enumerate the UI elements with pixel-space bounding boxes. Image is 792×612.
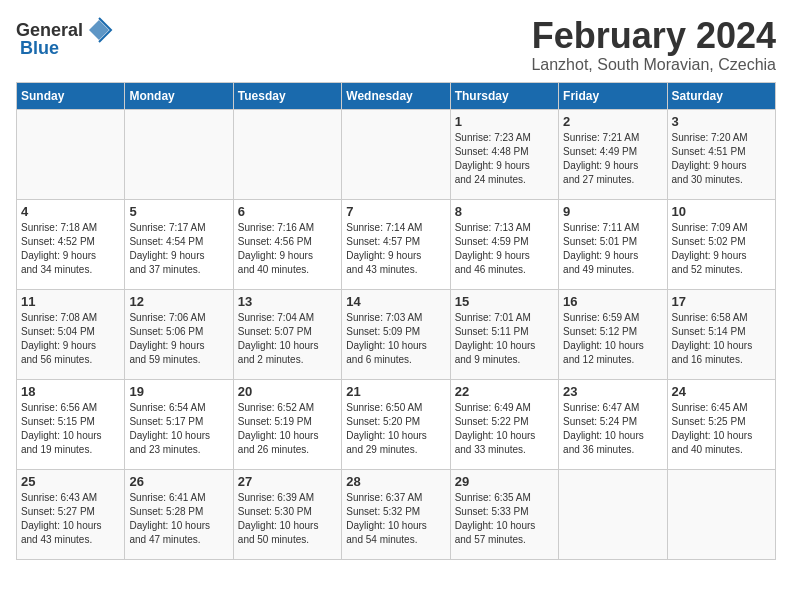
day-info: Sunrise: 7:14 AM Sunset: 4:57 PM Dayligh…	[346, 221, 445, 277]
title-block: February 2024 Lanzhot, South Moravian, C…	[531, 16, 776, 74]
day-info: Sunrise: 6:49 AM Sunset: 5:22 PM Dayligh…	[455, 401, 554, 457]
day-number: 2	[563, 114, 662, 129]
calendar-day-cell: 11Sunrise: 7:08 AM Sunset: 5:04 PM Dayli…	[17, 289, 125, 379]
calendar-day-cell: 28Sunrise: 6:37 AM Sunset: 5:32 PM Dayli…	[342, 469, 450, 559]
calendar-day-cell: 29Sunrise: 6:35 AM Sunset: 5:33 PM Dayli…	[450, 469, 558, 559]
day-number: 23	[563, 384, 662, 399]
calendar-day-cell: 2Sunrise: 7:21 AM Sunset: 4:49 PM Daylig…	[559, 109, 667, 199]
calendar-day-cell: 14Sunrise: 7:03 AM Sunset: 5:09 PM Dayli…	[342, 289, 450, 379]
day-info: Sunrise: 6:47 AM Sunset: 5:24 PM Dayligh…	[563, 401, 662, 457]
day-number: 25	[21, 474, 120, 489]
calendar-day-cell: 10Sunrise: 7:09 AM Sunset: 5:02 PM Dayli…	[667, 199, 775, 289]
day-number: 20	[238, 384, 337, 399]
calendar-day-cell: 22Sunrise: 6:49 AM Sunset: 5:22 PM Dayli…	[450, 379, 558, 469]
calendar-day-cell: 13Sunrise: 7:04 AM Sunset: 5:07 PM Dayli…	[233, 289, 341, 379]
calendar-day-cell: 21Sunrise: 6:50 AM Sunset: 5:20 PM Dayli…	[342, 379, 450, 469]
calendar-day-cell: 24Sunrise: 6:45 AM Sunset: 5:25 PM Dayli…	[667, 379, 775, 469]
calendar-day-cell: 15Sunrise: 7:01 AM Sunset: 5:11 PM Dayli…	[450, 289, 558, 379]
calendar-day-cell	[125, 109, 233, 199]
calendar-header-cell: Tuesday	[233, 82, 341, 109]
day-info: Sunrise: 7:17 AM Sunset: 4:54 PM Dayligh…	[129, 221, 228, 277]
calendar-header-cell: Sunday	[17, 82, 125, 109]
calendar-week-row: 25Sunrise: 6:43 AM Sunset: 5:27 PM Dayli…	[17, 469, 776, 559]
calendar-day-cell: 3Sunrise: 7:20 AM Sunset: 4:51 PM Daylig…	[667, 109, 775, 199]
day-info: Sunrise: 7:20 AM Sunset: 4:51 PM Dayligh…	[672, 131, 771, 187]
calendar-day-cell	[17, 109, 125, 199]
day-number: 3	[672, 114, 771, 129]
day-info: Sunrise: 7:01 AM Sunset: 5:11 PM Dayligh…	[455, 311, 554, 367]
day-info: Sunrise: 7:09 AM Sunset: 5:02 PM Dayligh…	[672, 221, 771, 277]
day-number: 28	[346, 474, 445, 489]
day-info: Sunrise: 6:59 AM Sunset: 5:12 PM Dayligh…	[563, 311, 662, 367]
calendar-day-cell: 8Sunrise: 7:13 AM Sunset: 4:59 PM Daylig…	[450, 199, 558, 289]
day-number: 14	[346, 294, 445, 309]
calendar-week-row: 4Sunrise: 7:18 AM Sunset: 4:52 PM Daylig…	[17, 199, 776, 289]
day-number: 22	[455, 384, 554, 399]
day-info: Sunrise: 7:23 AM Sunset: 4:48 PM Dayligh…	[455, 131, 554, 187]
day-number: 9	[563, 204, 662, 219]
day-info: Sunrise: 7:04 AM Sunset: 5:07 PM Dayligh…	[238, 311, 337, 367]
day-number: 8	[455, 204, 554, 219]
day-info: Sunrise: 6:37 AM Sunset: 5:32 PM Dayligh…	[346, 491, 445, 547]
calendar-day-cell: 12Sunrise: 7:06 AM Sunset: 5:06 PM Dayli…	[125, 289, 233, 379]
day-info: Sunrise: 6:58 AM Sunset: 5:14 PM Dayligh…	[672, 311, 771, 367]
calendar-header-row: SundayMondayTuesdayWednesdayThursdayFrid…	[17, 82, 776, 109]
calendar-header-cell: Friday	[559, 82, 667, 109]
day-number: 29	[455, 474, 554, 489]
day-number: 17	[672, 294, 771, 309]
calendar-table: SundayMondayTuesdayWednesdayThursdayFrid…	[16, 82, 776, 560]
calendar-week-row: 1Sunrise: 7:23 AM Sunset: 4:48 PM Daylig…	[17, 109, 776, 199]
day-number: 1	[455, 114, 554, 129]
day-number: 6	[238, 204, 337, 219]
calendar-day-cell: 1Sunrise: 7:23 AM Sunset: 4:48 PM Daylig…	[450, 109, 558, 199]
day-info: Sunrise: 7:18 AM Sunset: 4:52 PM Dayligh…	[21, 221, 120, 277]
day-info: Sunrise: 6:45 AM Sunset: 5:25 PM Dayligh…	[672, 401, 771, 457]
day-number: 11	[21, 294, 120, 309]
calendar-day-cell: 19Sunrise: 6:54 AM Sunset: 5:17 PM Dayli…	[125, 379, 233, 469]
day-info: Sunrise: 6:35 AM Sunset: 5:33 PM Dayligh…	[455, 491, 554, 547]
calendar-day-cell: 17Sunrise: 6:58 AM Sunset: 5:14 PM Dayli…	[667, 289, 775, 379]
day-info: Sunrise: 6:56 AM Sunset: 5:15 PM Dayligh…	[21, 401, 120, 457]
day-number: 5	[129, 204, 228, 219]
day-info: Sunrise: 7:16 AM Sunset: 4:56 PM Dayligh…	[238, 221, 337, 277]
day-number: 18	[21, 384, 120, 399]
logo-icon	[85, 16, 113, 44]
logo: General Blue	[16, 16, 113, 59]
header: General Blue February 2024 Lanzhot, Sout…	[16, 16, 776, 74]
calendar-week-row: 18Sunrise: 6:56 AM Sunset: 5:15 PM Dayli…	[17, 379, 776, 469]
calendar-body: 1Sunrise: 7:23 AM Sunset: 4:48 PM Daylig…	[17, 109, 776, 559]
day-info: Sunrise: 6:41 AM Sunset: 5:28 PM Dayligh…	[129, 491, 228, 547]
day-number: 27	[238, 474, 337, 489]
calendar-header-cell: Thursday	[450, 82, 558, 109]
day-info: Sunrise: 7:03 AM Sunset: 5:09 PM Dayligh…	[346, 311, 445, 367]
calendar-day-cell: 18Sunrise: 6:56 AM Sunset: 5:15 PM Dayli…	[17, 379, 125, 469]
day-info: Sunrise: 7:11 AM Sunset: 5:01 PM Dayligh…	[563, 221, 662, 277]
day-number: 24	[672, 384, 771, 399]
calendar-header-cell: Wednesday	[342, 82, 450, 109]
calendar-day-cell: 25Sunrise: 6:43 AM Sunset: 5:27 PM Dayli…	[17, 469, 125, 559]
calendar-day-cell: 27Sunrise: 6:39 AM Sunset: 5:30 PM Dayli…	[233, 469, 341, 559]
day-number: 7	[346, 204, 445, 219]
calendar-week-row: 11Sunrise: 7:08 AM Sunset: 5:04 PM Dayli…	[17, 289, 776, 379]
day-info: Sunrise: 7:21 AM Sunset: 4:49 PM Dayligh…	[563, 131, 662, 187]
calendar-day-cell: 16Sunrise: 6:59 AM Sunset: 5:12 PM Dayli…	[559, 289, 667, 379]
calendar-day-cell: 20Sunrise: 6:52 AM Sunset: 5:19 PM Dayli…	[233, 379, 341, 469]
day-number: 12	[129, 294, 228, 309]
day-number: 26	[129, 474, 228, 489]
calendar-day-cell: 7Sunrise: 7:14 AM Sunset: 4:57 PM Daylig…	[342, 199, 450, 289]
calendar-day-cell	[342, 109, 450, 199]
day-info: Sunrise: 7:13 AM Sunset: 4:59 PM Dayligh…	[455, 221, 554, 277]
day-info: Sunrise: 6:52 AM Sunset: 5:19 PM Dayligh…	[238, 401, 337, 457]
day-number: 21	[346, 384, 445, 399]
day-info: Sunrise: 7:08 AM Sunset: 5:04 PM Dayligh…	[21, 311, 120, 367]
day-info: Sunrise: 6:39 AM Sunset: 5:30 PM Dayligh…	[238, 491, 337, 547]
day-info: Sunrise: 6:50 AM Sunset: 5:20 PM Dayligh…	[346, 401, 445, 457]
calendar-day-cell: 5Sunrise: 7:17 AM Sunset: 4:54 PM Daylig…	[125, 199, 233, 289]
day-number: 4	[21, 204, 120, 219]
calendar-day-cell	[667, 469, 775, 559]
calendar-header-cell: Saturday	[667, 82, 775, 109]
day-number: 13	[238, 294, 337, 309]
calendar-day-cell: 4Sunrise: 7:18 AM Sunset: 4:52 PM Daylig…	[17, 199, 125, 289]
day-number: 10	[672, 204, 771, 219]
calendar-day-cell	[233, 109, 341, 199]
